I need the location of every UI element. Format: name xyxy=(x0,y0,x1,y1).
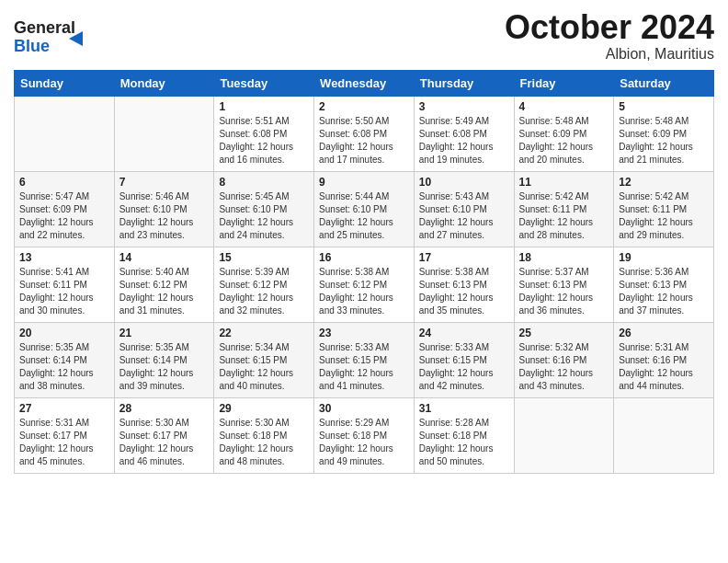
day-number: 11 xyxy=(519,176,609,189)
day-number: 28 xyxy=(119,402,210,415)
calendar-cell: 16Sunrise: 5:38 AMSunset: 6:12 PMDayligh… xyxy=(314,247,415,322)
day-info: Sunrise: 5:47 AMSunset: 6:09 PMDaylight:… xyxy=(19,190,109,242)
day-info: Sunrise: 5:28 AMSunset: 6:18 PMDaylight:… xyxy=(419,417,509,468)
page: General Blue October 2024 Albion, Maurit… xyxy=(0,0,728,488)
day-info: Sunrise: 5:37 AMSunset: 6:13 PMDaylight:… xyxy=(519,266,609,317)
day-info: Sunrise: 5:41 AMSunset: 6:11 PMDaylight:… xyxy=(19,266,109,317)
day-number: 8 xyxy=(219,176,309,189)
calendar-cell: 1Sunrise: 5:51 AMSunset: 6:08 PMDaylight… xyxy=(214,96,314,171)
day-info: Sunrise: 5:42 AMSunset: 6:11 PMDaylight:… xyxy=(619,190,709,242)
calendar-cell: 14Sunrise: 5:40 AMSunset: 6:12 PMDayligh… xyxy=(114,247,214,322)
day-info: Sunrise: 5:30 AMSunset: 6:17 PMDaylight:… xyxy=(119,417,210,468)
day-number: 12 xyxy=(619,176,709,189)
calendar-cell: 10Sunrise: 5:43 AMSunset: 6:10 PMDayligh… xyxy=(414,171,514,247)
day-number: 26 xyxy=(619,327,709,339)
day-number: 29 xyxy=(219,402,309,415)
header-thursday: Thursday xyxy=(414,70,514,96)
day-number: 18 xyxy=(519,251,609,264)
day-info: Sunrise: 5:31 AMSunset: 6:16 PMDaylight:… xyxy=(619,341,709,393)
day-number: 24 xyxy=(419,327,509,339)
calendar-cell: 13Sunrise: 5:41 AMSunset: 6:11 PMDayligh… xyxy=(15,247,115,322)
calendar-cell xyxy=(514,397,614,473)
day-info: Sunrise: 5:40 AMSunset: 6:12 PMDaylight:… xyxy=(119,266,210,317)
day-number: 9 xyxy=(319,176,409,189)
day-info: Sunrise: 5:35 AMSunset: 6:14 PMDaylight:… xyxy=(19,341,109,393)
calendar-cell: 29Sunrise: 5:30 AMSunset: 6:18 PMDayligh… xyxy=(214,397,314,473)
day-number: 2 xyxy=(319,100,409,113)
day-info: Sunrise: 5:46 AMSunset: 6:10 PMDaylight:… xyxy=(119,190,210,242)
day-number: 23 xyxy=(319,327,409,339)
day-number: 10 xyxy=(419,176,509,189)
day-number: 30 xyxy=(319,402,409,415)
calendar-cell: 20Sunrise: 5:35 AMSunset: 6:14 PMDayligh… xyxy=(15,322,115,397)
calendar-cell: 31Sunrise: 5:28 AMSunset: 6:18 PMDayligh… xyxy=(414,397,514,473)
day-info: Sunrise: 5:51 AMSunset: 6:08 PMDaylight:… xyxy=(219,115,309,167)
day-number: 3 xyxy=(419,100,509,113)
calendar-cell: 23Sunrise: 5:33 AMSunset: 6:15 PMDayligh… xyxy=(314,322,415,397)
day-number: 14 xyxy=(119,251,210,264)
calendar-cell: 17Sunrise: 5:38 AMSunset: 6:13 PMDayligh… xyxy=(414,247,514,322)
calendar-cell: 21Sunrise: 5:35 AMSunset: 6:14 PMDayligh… xyxy=(114,322,214,397)
day-info: Sunrise: 5:42 AMSunset: 6:11 PMDaylight:… xyxy=(519,190,609,242)
day-info: Sunrise: 5:48 AMSunset: 6:09 PMDaylight:… xyxy=(519,115,609,167)
day-number: 25 xyxy=(519,327,609,339)
calendar-header-row: SundayMondayTuesdayWednesdayThursdayFrid… xyxy=(15,70,714,96)
day-number: 6 xyxy=(19,176,109,189)
day-number: 21 xyxy=(119,327,210,339)
day-number: 16 xyxy=(319,251,409,264)
day-number: 5 xyxy=(619,100,709,113)
calendar-cell: 5Sunrise: 5:48 AMSunset: 6:09 PMDaylight… xyxy=(614,96,714,171)
day-info: Sunrise: 5:44 AMSunset: 6:10 PMDaylight:… xyxy=(319,190,409,242)
day-info: Sunrise: 5:33 AMSunset: 6:15 PMDaylight:… xyxy=(419,341,509,393)
day-number: 20 xyxy=(19,327,109,339)
calendar-week-row: 1Sunrise: 5:51 AMSunset: 6:08 PMDaylight… xyxy=(15,96,714,171)
calendar-cell: 19Sunrise: 5:36 AMSunset: 6:13 PMDayligh… xyxy=(614,247,714,322)
header-wednesday: Wednesday xyxy=(314,70,415,96)
header-saturday: Saturday xyxy=(614,70,714,96)
calendar-cell xyxy=(114,96,214,171)
calendar-table: SundayMondayTuesdayWednesdayThursdayFrid… xyxy=(14,70,714,474)
day-number: 15 xyxy=(219,251,309,264)
calendar-cell: 26Sunrise: 5:31 AMSunset: 6:16 PMDayligh… xyxy=(614,322,714,397)
calendar-cell: 12Sunrise: 5:42 AMSunset: 6:11 PMDayligh… xyxy=(614,171,714,247)
day-number: 17 xyxy=(419,251,509,264)
logo: General Blue xyxy=(14,9,97,59)
calendar-cell: 6Sunrise: 5:47 AMSunset: 6:09 PMDaylight… xyxy=(15,171,115,247)
day-info: Sunrise: 5:30 AMSunset: 6:18 PMDaylight:… xyxy=(219,417,309,468)
day-number: 4 xyxy=(519,100,609,113)
calendar-cell xyxy=(614,397,714,473)
calendar-cell: 25Sunrise: 5:32 AMSunset: 6:16 PMDayligh… xyxy=(514,322,614,397)
day-info: Sunrise: 5:39 AMSunset: 6:12 PMDaylight:… xyxy=(219,266,309,317)
day-info: Sunrise: 5:32 AMSunset: 6:16 PMDaylight:… xyxy=(519,341,609,393)
calendar-cell: 15Sunrise: 5:39 AMSunset: 6:12 PMDayligh… xyxy=(214,247,314,322)
calendar-cell: 2Sunrise: 5:50 AMSunset: 6:08 PMDaylight… xyxy=(314,96,415,171)
svg-text:General: General xyxy=(14,18,75,37)
day-number: 31 xyxy=(419,402,509,415)
calendar-cell: 30Sunrise: 5:29 AMSunset: 6:18 PMDayligh… xyxy=(314,397,415,473)
day-info: Sunrise: 5:29 AMSunset: 6:18 PMDaylight:… xyxy=(319,417,409,468)
calendar-cell: 9Sunrise: 5:44 AMSunset: 6:10 PMDaylight… xyxy=(314,171,415,247)
day-info: Sunrise: 5:33 AMSunset: 6:15 PMDaylight:… xyxy=(319,341,409,393)
calendar-cell xyxy=(15,96,115,171)
calendar-week-row: 20Sunrise: 5:35 AMSunset: 6:14 PMDayligh… xyxy=(15,322,714,397)
day-number: 7 xyxy=(119,176,210,189)
page-subtitle: Albion, Mauritius xyxy=(505,46,714,63)
day-info: Sunrise: 5:34 AMSunset: 6:15 PMDaylight:… xyxy=(219,341,309,393)
day-number: 19 xyxy=(619,251,709,264)
calendar-cell: 4Sunrise: 5:48 AMSunset: 6:09 PMDaylight… xyxy=(514,96,614,171)
calendar-week-row: 6Sunrise: 5:47 AMSunset: 6:09 PMDaylight… xyxy=(15,171,714,247)
page-title: October 2024 xyxy=(505,9,714,46)
day-number: 1 xyxy=(219,100,309,113)
day-info: Sunrise: 5:31 AMSunset: 6:17 PMDaylight:… xyxy=(19,417,109,468)
day-info: Sunrise: 5:50 AMSunset: 6:08 PMDaylight:… xyxy=(319,115,409,167)
calendar-cell: 22Sunrise: 5:34 AMSunset: 6:15 PMDayligh… xyxy=(214,322,314,397)
calendar-cell: 11Sunrise: 5:42 AMSunset: 6:11 PMDayligh… xyxy=(514,171,614,247)
day-info: Sunrise: 5:48 AMSunset: 6:09 PMDaylight:… xyxy=(619,115,709,167)
day-info: Sunrise: 5:49 AMSunset: 6:08 PMDaylight:… xyxy=(419,115,509,167)
title-block: October 2024 Albion, Mauritius xyxy=(505,9,714,63)
logo-svg: General Blue xyxy=(14,13,97,59)
calendar-cell: 28Sunrise: 5:30 AMSunset: 6:17 PMDayligh… xyxy=(114,397,214,473)
header-tuesday: Tuesday xyxy=(214,70,314,96)
day-info: Sunrise: 5:43 AMSunset: 6:10 PMDaylight:… xyxy=(419,190,509,242)
day-info: Sunrise: 5:35 AMSunset: 6:14 PMDaylight:… xyxy=(119,341,210,393)
